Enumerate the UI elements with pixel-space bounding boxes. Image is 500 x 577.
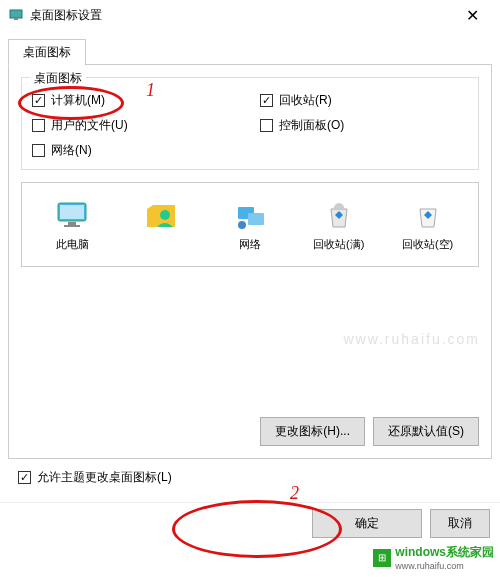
- icon-item-user-files[interactable]: [130, 197, 192, 252]
- recycle-bin-empty-icon: [410, 197, 446, 233]
- checkbox-icon: [32, 119, 45, 132]
- svg-rect-5: [64, 225, 80, 227]
- checkbox-label: 网络(N): [51, 142, 92, 159]
- this-pc-icon: [54, 197, 90, 233]
- icon-item-network[interactable]: 网络: [219, 197, 281, 252]
- checkbox-control-panel[interactable]: 控制面板(O): [260, 117, 468, 134]
- icon-buttons-row: 更改图标(H)... 还原默认值(S): [21, 417, 479, 446]
- watermark: ⊞ windows系统家园 www.ruhaifu.com: [373, 544, 494, 571]
- windows-logo-icon: ⊞: [373, 549, 391, 567]
- checkbox-label: 计算机(M): [51, 92, 105, 109]
- change-icon-button[interactable]: 更改图标(H)...: [260, 417, 365, 446]
- checkbox-grid: ✓ 计算机(M) ✓ 回收站(R) 用户的文件(U) 控制面板(O): [32, 92, 468, 159]
- svg-rect-3: [60, 205, 84, 219]
- titlebar: 桌面图标设置 ✕: [0, 0, 500, 30]
- close-button[interactable]: ✕: [452, 0, 492, 30]
- network-icon: [232, 197, 268, 233]
- checkbox-recycle-bin[interactable]: ✓ 回收站(R): [260, 92, 468, 109]
- svg-rect-4: [68, 222, 76, 225]
- icon-label: 回收站(空): [402, 237, 453, 252]
- icon-item-this-pc[interactable]: 此电脑: [41, 197, 103, 252]
- ok-button[interactable]: 确定: [312, 509, 422, 538]
- group-title: 桌面图标: [30, 70, 86, 87]
- checkbox-icon: [260, 119, 273, 132]
- tab-desktop-icons[interactable]: 桌面图标: [8, 39, 86, 66]
- theme-checkbox[interactable]: ✓ 允许主题更改桌面图标(L): [18, 469, 492, 486]
- dialog-buttons: 确定 取消: [0, 502, 500, 544]
- checkbox-user-files[interactable]: 用户的文件(U): [32, 117, 240, 134]
- watermark-line-2: www.ruhaifu.com: [395, 561, 494, 571]
- user-files-icon: [143, 197, 179, 233]
- checkbox-icon: ✓: [32, 94, 45, 107]
- icon-label: 回收站(满): [313, 237, 364, 252]
- annotation-number-2: 2: [290, 483, 299, 504]
- tab-area: 桌面图标 桌面图标 ✓ 计算机(M) ✓ 回收站(R) 用户的文件(U): [0, 30, 500, 486]
- icon-label: 网络: [239, 237, 261, 252]
- checkbox-icon: [32, 144, 45, 157]
- svg-point-6: [160, 210, 170, 220]
- svg-rect-8: [248, 213, 264, 225]
- tab-content: 桌面图标 ✓ 计算机(M) ✓ 回收站(R) 用户的文件(U) 控制面板(O): [8, 64, 492, 459]
- desktop-icons-group: 桌面图标 ✓ 计算机(M) ✓ 回收站(R) 用户的文件(U) 控制面板(O): [21, 77, 479, 170]
- theme-checkbox-label: 允许主题更改桌面图标(L): [37, 469, 172, 486]
- checkbox-network[interactable]: 网络(N): [32, 142, 240, 159]
- cancel-button[interactable]: 取消: [430, 509, 490, 538]
- app-icon: [8, 7, 24, 23]
- watermark-faded: www.ruhaifu.com: [343, 331, 480, 347]
- icon-item-recycle-full[interactable]: 回收站(满): [308, 197, 370, 252]
- checkbox-label: 回收站(R): [279, 92, 332, 109]
- checkbox-computer[interactable]: ✓ 计算机(M): [32, 92, 240, 109]
- icon-item-recycle-empty[interactable]: 回收站(空): [397, 197, 459, 252]
- svg-rect-0: [10, 10, 22, 18]
- checkbox-label: 用户的文件(U): [51, 117, 128, 134]
- recycle-bin-full-icon: [321, 197, 357, 233]
- checkbox-icon: ✓: [260, 94, 273, 107]
- icon-label: 此电脑: [56, 237, 89, 252]
- tab-label: 桌面图标: [23, 45, 71, 59]
- icon-preview-list: 此电脑 网络 回收站(满): [21, 182, 479, 267]
- restore-default-button[interactable]: 还原默认值(S): [373, 417, 479, 446]
- svg-rect-1: [14, 18, 18, 20]
- checkbox-icon: ✓: [18, 471, 31, 484]
- window-title: 桌面图标设置: [30, 7, 102, 24]
- watermark-line-1: windows系统家园: [395, 544, 494, 561]
- svg-point-9: [238, 221, 246, 229]
- checkbox-label: 控制面板(O): [279, 117, 344, 134]
